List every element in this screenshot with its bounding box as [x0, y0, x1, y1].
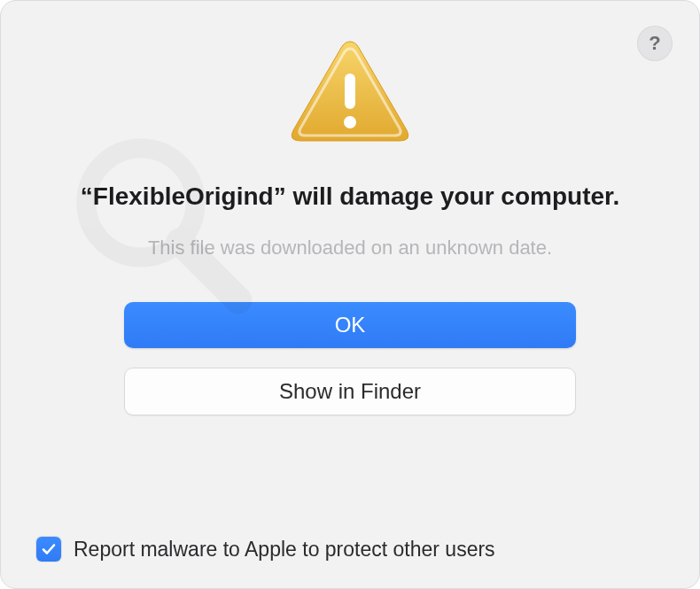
help-button[interactable]: ?	[637, 26, 673, 61]
show-in-finder-button-label: Show in Finder	[279, 379, 421, 404]
report-malware-label: Report malware to Apple to protect other…	[74, 538, 495, 562]
gatekeeper-dialog: ? “FlexibleOrigind” will damage your com…	[0, 0, 700, 589]
watermark-magnifier-icon	[63, 125, 258, 320]
help-button-label: ?	[649, 32, 660, 55]
ok-button-label: OK	[335, 313, 366, 337]
warning-icon	[288, 36, 412, 155]
dialog-subtext: This file was downloaded on an unknown d…	[148, 236, 552, 260]
dialog-headline: “FlexibleOrigind” will damage your compu…	[81, 180, 619, 213]
checkmark-icon	[41, 541, 57, 557]
report-malware-row: Report malware to Apple to protect other…	[36, 537, 495, 562]
report-malware-checkbox[interactable]	[36, 537, 61, 562]
ok-button[interactable]: OK	[124, 302, 576, 348]
button-stack: OK Show in Finder	[124, 302, 576, 415]
svg-point-3	[344, 116, 356, 128]
svg-rect-2	[345, 74, 355, 109]
show-in-finder-button[interactable]: Show in Finder	[124, 368, 576, 415]
